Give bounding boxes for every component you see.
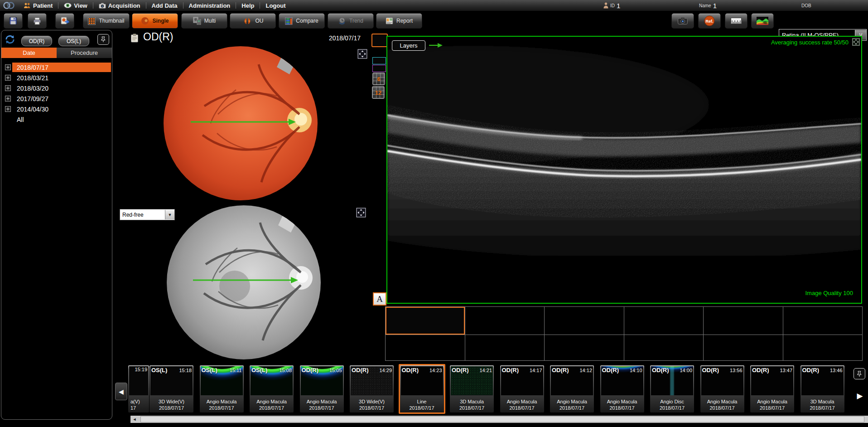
menu-item-add-data[interactable]: Add Data	[146, 0, 183, 11]
study-sidebar: OD(R) OS(L) Date Procedure 2018/07/17 20…	[1, 30, 112, 420]
menu-item-acquisition[interactable]: Acquisition	[93, 0, 146, 11]
export-image-button[interactable]	[55, 13, 74, 29]
grid-cell[interactable]	[703, 335, 783, 361]
date-tree-item[interactable]: 2014/04/30	[1, 104, 112, 114]
oct-expand-button[interactable]	[852, 38, 860, 46]
scan-selector-dual-bscan[interactable]	[372, 57, 386, 72]
grid-cell[interactable]	[703, 306, 783, 335]
layers-button[interactable]: Layers	[392, 40, 425, 51]
grid-cell[interactable]	[465, 306, 545, 335]
thumbnail-scan-type: Angio Macula	[550, 398, 593, 405]
grid-cell[interactable]	[624, 306, 704, 335]
view-mode-thumbnail-button[interactable]: Thumbnail	[83, 13, 130, 29]
view-mode-label: Thumbnail	[99, 18, 124, 24]
grid-bscan-thumbnail[interactable]	[386, 307, 465, 335]
scan-thumbnail[interactable]: 15:19 a(V) 17	[128, 365, 149, 412]
reference-button[interactable]: Ref.	[698, 13, 721, 29]
scan-thumbnail[interactable]: OD(R) 14:21 3D Macula 2018/07/17	[450, 365, 494, 412]
expand-redfree-button[interactable]	[356, 208, 366, 218]
strip-scroll-right-button[interactable]: ▶	[854, 389, 865, 403]
menu-item-label: View	[74, 2, 87, 9]
view-mode-ou-button[interactable]: OU	[230, 13, 276, 29]
strip-scroll-left-button[interactable]: ◀	[115, 383, 127, 400]
tree-expand-icon[interactable]	[5, 75, 11, 81]
scan-thumbnail[interactable]: OD(R) 14:29 3D Wide(V) 2018/07/17	[350, 365, 394, 412]
thumbnail-time-label: 14:21	[479, 368, 492, 373]
scrollbar-thumb[interactable]	[140, 416, 864, 422]
scan-thumbnail[interactable]: OD(R) 14:17 Angio Macula 2018/07/17	[500, 365, 544, 412]
scan-thumbnail[interactable]: OS(L) 15:08 Angio Macula 2018/07/17	[250, 365, 294, 412]
date-tree-item[interactable]: 2017/09/27	[1, 93, 112, 104]
scan-selector-current[interactable]	[371, 34, 388, 47]
clipboard-icon	[130, 34, 139, 44]
scan-thumbnail[interactable]: OD(R) 14:00 Angio Disc 2018/07/17	[650, 365, 694, 412]
tree-expand-icon[interactable]	[5, 96, 11, 102]
grid-cell[interactable]	[544, 335, 624, 361]
scan-thumbnail[interactable]: OS(L) 15:18 3D Wide(V) 2018/07/17	[149, 365, 193, 412]
menu-item-help[interactable]: Help	[236, 0, 260, 11]
scan-selector-grid-6[interactable]: 6	[372, 73, 385, 85]
menu-item-patient[interactable]: Patient	[18, 0, 58, 11]
fundus-photo-color[interactable]	[164, 46, 318, 200]
scan-thumbnail[interactable]: OD(R) 15:05 Angio Macula 2018/07/17	[300, 365, 344, 412]
scale-button[interactable]	[725, 13, 747, 29]
scan-thumbnail[interactable]: OD(R) 13:56 Angio Macula 2018/07/17	[700, 365, 744, 412]
date-tree-item[interactable]: 2018/03/21	[1, 73, 112, 83]
chevron-down-icon: ▼	[165, 210, 174, 219]
strip-scrollbar[interactable]: ◄	[130, 416, 868, 423]
grid-cell[interactable]	[783, 306, 863, 335]
grid-cell[interactable]	[624, 335, 704, 361]
sidebar-pin-button[interactable]	[97, 34, 109, 45]
grid-cell[interactable]	[385, 306, 465, 335]
menu-item-logout[interactable]: Logout	[260, 0, 291, 11]
eye-filter-os-button[interactable]: OS(L)	[58, 36, 89, 46]
menu-item-administration[interactable]: Administration	[183, 0, 236, 11]
scan-thumbnail[interactable]: OD(R) 14:23 Line 2018/07/17	[399, 364, 445, 414]
tab-date[interactable]: Date	[1, 48, 57, 58]
view-mode-multi-button[interactable]: Multi	[181, 13, 227, 29]
tab-procedure[interactable]: Procedure	[57, 48, 112, 58]
tree-expand-icon[interactable]	[5, 106, 11, 112]
refresh-button[interactable]	[4, 34, 16, 47]
scan-thumbnail[interactable]: OD(R) 14:12 Angio Macula 2018/07/17	[550, 365, 594, 412]
view-mode-report-button[interactable]: Report	[376, 13, 422, 29]
grid-cell[interactable]	[544, 306, 624, 335]
date-tree-item[interactable]: All	[1, 114, 112, 125]
view-mode-label: Trend	[349, 18, 363, 24]
grid-cell[interactable]	[465, 335, 545, 361]
grid-cell[interactable]	[783, 335, 863, 361]
scrollbar-left-arrow[interactable]: ◄	[130, 417, 139, 422]
annotation-a-button[interactable]: A	[373, 292, 386, 306]
tree-expand-icon[interactable]	[5, 85, 11, 91]
scan-selector-grid-12[interactable]: 12	[372, 86, 385, 99]
view-mode-trend-button[interactable]: Trend	[328, 13, 374, 29]
menu-item-view[interactable]: View	[58, 0, 92, 11]
date-tree-item[interactable]: 2018/03/20	[1, 83, 112, 93]
scan-thumbnail[interactable]: OS(L) 15:11 Angio Macula 2018/07/17	[200, 365, 244, 412]
print-button[interactable]	[28, 13, 47, 29]
thumbnail-date: 2018/07/17	[350, 405, 393, 411]
expand-fundus-button[interactable]	[357, 49, 367, 59]
layer-map-button[interactable]	[751, 13, 774, 29]
fundus-photo-redfree[interactable]	[167, 205, 321, 359]
oct-bscan-panel[interactable]: Layers Averaging success rate 50/50 Imag…	[386, 36, 862, 304]
save-button[interactable]	[4, 13, 23, 29]
thumbnail-date: 2018/07/17	[450, 405, 493, 411]
scan-thumbnail[interactable]: OD(R) 13:46 3D Macula 2018/07/17	[800, 365, 844, 412]
tree-expand-icon[interactable]	[5, 64, 11, 70]
strip-pin-button[interactable]	[854, 368, 865, 379]
thumbnail-scan-type: Angio Macula	[701, 398, 744, 405]
bscan-grid-table	[385, 306, 862, 360]
capture-button[interactable]	[671, 13, 694, 29]
view-mode-compare-button[interactable]: Compare	[279, 13, 325, 29]
view-mode-single-button[interactable]: Single	[132, 13, 178, 29]
scan-thumbnail[interactable]: OD(R) 13:47 Angio Macula 2018/07/17	[750, 365, 794, 412]
eye-filter-od-label: OD(R)	[29, 38, 45, 44]
fundus-mode-select[interactable]: Red-free ▼	[120, 209, 175, 220]
thumbnail-time-label: 15:05	[329, 368, 342, 373]
scan-thumbnail[interactable]: OD(R) 14:10 Angio Macula 2018/07/17	[600, 365, 644, 412]
eye-filter-od-button[interactable]: OD(R)	[21, 36, 52, 46]
grid-cell[interactable]	[385, 335, 465, 361]
date-tree-item[interactable]: 2018/07/17	[1, 62, 112, 73]
thumbnail-date: 2018/07/17	[701, 405, 744, 411]
